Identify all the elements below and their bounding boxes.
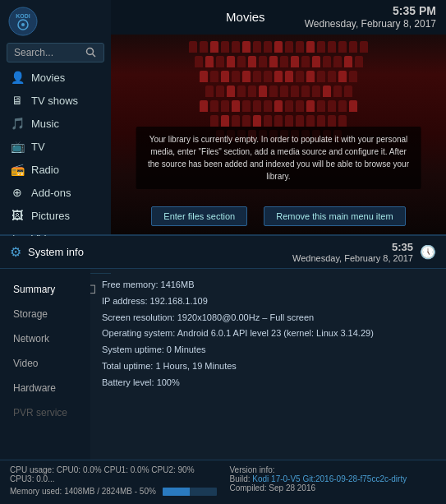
svg-point-0: [9, 7, 37, 35]
sysinfo-title: ⚙ System info: [10, 244, 84, 260]
info-os: Operating system: Android 6.0.1 API leve…: [102, 326, 435, 342]
status-left: CPU usage: CPU0: 0.0% CPU1: 0.0% CPU2: 9…: [10, 465, 217, 499]
nav-label-tv: TV: [31, 141, 45, 153]
memory-bar-container: Memory used: 1408MB / 2824MB - 50%: [10, 487, 217, 496]
status-right: Version info: Build: Kodi 17-0-V5 Git:20…: [230, 465, 437, 499]
version-info: Version info: Build: Kodi 17-0-V5 Git:20…: [230, 465, 437, 492]
cpu-usage-line: CPU usage: CPU0: 0.0% CPU1: 0.0% CPU2: 9…: [10, 465, 217, 483]
radio-icon: 📻: [10, 163, 25, 176]
cinema-area: Your library is currently empty. In orde…: [111, 35, 446, 234]
clock-icon: 🕔: [420, 244, 436, 260]
search-bar[interactable]: Search...: [7, 43, 104, 62]
nav-label-tvshows: TV shows: [31, 95, 78, 107]
kodi-logo: KODI: [8, 7, 38, 36]
compiled-label: Compiled:: [230, 483, 267, 492]
sysinfo-nav-storage[interactable]: Storage: [0, 302, 90, 326]
info-total-uptime: Total uptime: 1 Hours, 19 Minutes: [102, 358, 435, 375]
cinema-actions: Enter files section Remove this main men…: [111, 206, 446, 226]
memory-bar: [163, 488, 217, 496]
build-value[interactable]: Kodi 17-0-V5 Git:2016-09-28-f75cc2c-dirt…: [252, 474, 407, 483]
sysinfo-nav-video[interactable]: Video: [0, 351, 90, 376]
nav-item-pictures[interactable]: 🖼 Pictures: [0, 204, 111, 227]
memory-used-label: Memory used: 1408MB / 2824MB - 50%: [10, 487, 156, 496]
nav-item-radio[interactable]: 📻 Radio: [0, 158, 111, 181]
build-label: Build:: [230, 474, 251, 483]
sysinfo-nav-hardware[interactable]: Hardware: [0, 376, 90, 400]
header-time: 5:35 PM: [305, 3, 436, 18]
header-date: Wednesday, February 8, 2017: [305, 18, 436, 31]
nav-label-radio: Radio: [31, 164, 59, 176]
main-title: Movies: [186, 10, 305, 24]
sysinfo-time: 5:35: [292, 241, 413, 253]
svg-text:KODI: KODI: [16, 13, 30, 19]
sysinfo-nav: Summary Storage Network Video Hardware P…: [0, 269, 90, 460]
sysinfo-header: ⚙ System info 5:35 Wednesday, February 8…: [0, 236, 446, 269]
tv-icon: 📺: [10, 140, 25, 153]
sysinfo-gear-icon: ⚙: [10, 244, 21, 260]
status-bar: CPU usage: CPU0: 0.0% CPU1: 0.0% CPU2: 9…: [0, 460, 446, 504]
nav-item-movies[interactable]: 👤 Movies: [0, 66, 111, 89]
nav-item-tv[interactable]: 📺 TV: [0, 135, 111, 158]
svg-point-4: [87, 49, 94, 55]
info-resolution: Screen resolution: 1920x1080@0.00Hz – Fu…: [102, 310, 435, 326]
sysinfo-content: Free memory: 1416MB IP address: 192.168.…: [90, 269, 446, 460]
nav-label-movies: Movies: [31, 72, 65, 84]
kodi-header: KODI: [0, 0, 111, 43]
nav-item-music[interactable]: 🎵 Music: [0, 112, 111, 135]
library-empty-message: Your library is currently empty. In orde…: [136, 127, 421, 189]
main-content-top: Movies 5:35 PM Wednesday, February 8, 20…: [111, 0, 446, 234]
nav-label-pictures: Pictures: [31, 210, 70, 222]
cpu-usage-text: CPU usage: CPU0: 0.0% CPU1: 0.0% CPU2: 9…: [10, 465, 217, 483]
sysinfo-nav-summary[interactable]: Summary: [0, 277, 90, 302]
main-title-bar: Movies 5:35 PM Wednesday, February 8, 20…: [111, 0, 446, 35]
sysinfo-date: Wednesday, February 8, 2017: [292, 253, 413, 263]
search-icon: [85, 47, 97, 58]
tvshows-icon: 🖥: [10, 94, 25, 107]
cinema-background: Your library is currently empty. In orde…: [111, 35, 446, 234]
info-free-memory: Free memory: 1416MB: [102, 277, 435, 294]
sidebar: KODI Search... 👤 Movies 🖥 TV shows 🎵 Mus…: [0, 0, 111, 234]
sysinfo-nav-network[interactable]: Network: [0, 326, 90, 351]
addons-icon: ⊕: [10, 186, 25, 199]
sysinfo-body: Summary Storage Network Video Hardware P…: [0, 269, 446, 460]
sysinfo-right-time: 5:35 Wednesday, February 8, 2017 🕔: [292, 241, 436, 263]
music-icon: 🎵: [10, 117, 25, 130]
info-ip-address: IP address: 192.168.1.109: [102, 294, 435, 310]
nav-item-addons[interactable]: ⊕ Add-ons: [0, 181, 111, 204]
version-info-label: Version info:: [230, 465, 275, 474]
top-section: KODI Search... 👤 Movies 🖥 TV shows 🎵 Mus…: [0, 0, 446, 234]
svg-line-5: [93, 54, 96, 58]
nav-label-music: Music: [31, 118, 59, 130]
movies-icon: 👤: [10, 71, 25, 84]
pictures-icon: 🖼: [10, 209, 25, 222]
info-battery: Battery level: 100%: [102, 375, 435, 391]
compiled-value: Sep 28 2016: [269, 483, 315, 492]
memory-bar-fill: [163, 488, 190, 496]
sysinfo-title-label: System info: [28, 246, 84, 258]
top-right-time: 5:35 PM Wednesday, February 8, 2017: [305, 3, 436, 31]
nav-label-addons: Add-ons: [31, 187, 71, 199]
enter-files-button[interactable]: Enter files section: [151, 206, 247, 226]
sysinfo-nav-pvr: PVR service: [0, 400, 90, 425]
nav-item-tvshows[interactable]: 🖥 TV shows: [0, 89, 111, 112]
info-uptime: System uptime: 0 Minutes: [102, 342, 435, 358]
svg-point-3: [21, 23, 25, 26]
status-two-col: CPU usage: CPU0: 0.0% CPU1: 0.0% CPU2: 9…: [10, 465, 436, 499]
remove-menu-item-button[interactable]: Remove this main menu item: [264, 206, 405, 226]
search-placeholder: Search...: [14, 47, 85, 58]
bottom-section: ⚙ System info 5:35 Wednesday, February 8…: [0, 234, 446, 504]
